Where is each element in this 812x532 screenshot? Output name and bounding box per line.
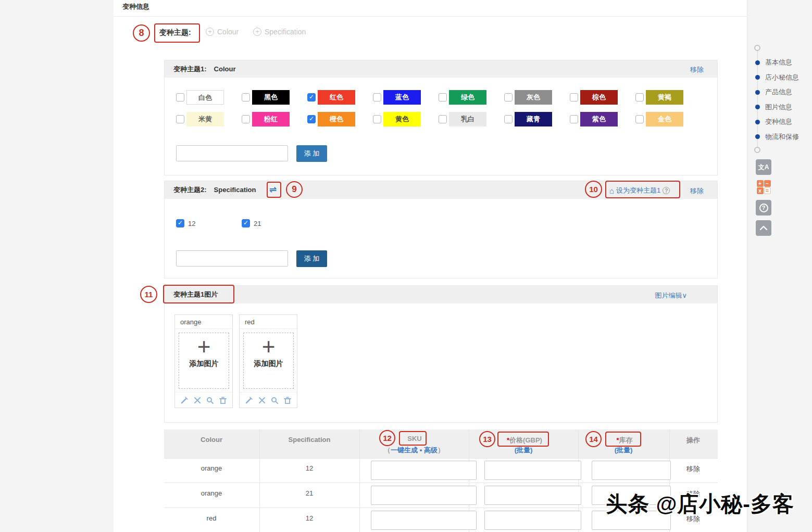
color-checkbox-红色[interactable] [307, 93, 316, 102]
color-checkbox-藏青[interactable] [504, 115, 513, 123]
color-checkbox-黄色[interactable] [373, 115, 381, 123]
plus-circle-icon: + [206, 28, 214, 36]
color-swatch-灰色[interactable]: 灰色 [515, 90, 552, 105]
color-checkbox-绿色[interactable] [439, 93, 447, 102]
price-batch-link[interactable]: (批量) [515, 446, 533, 455]
color-swatch-米黄[interactable]: 米黄 [186, 112, 224, 126]
color-swatch-黑色[interactable]: 黑色 [252, 90, 290, 105]
move-icon[interactable] [193, 396, 202, 404]
color-swatch-藏青[interactable]: 藏青 [515, 112, 552, 126]
color-checkbox-黑色[interactable] [242, 93, 250, 102]
color-swatch-乳白[interactable]: 乳白 [449, 112, 486, 126]
add-image-dropzone[interactable]: +添加图片 [243, 333, 294, 389]
add-image-dropzone[interactable]: +添加图片 [179, 333, 229, 389]
color-checkbox-金色[interactable] [635, 115, 644, 123]
theme1-new-value-input[interactable] [176, 145, 288, 161]
color-checkbox-紫色[interactable] [570, 115, 578, 123]
theme1-add-button[interactable]: 添 加 [296, 145, 327, 162]
theme2-add-button[interactable]: 添 加 [296, 250, 327, 267]
spec-checkbox-21[interactable] [242, 219, 250, 227]
crop-icon[interactable] [180, 396, 189, 404]
color-option-灰色: 灰色 [504, 90, 552, 105]
calculator-icon[interactable]: + − x = [756, 180, 771, 195]
color-swatch-白色[interactable]: 白色 [186, 90, 224, 105]
color-checkbox-白色[interactable] [176, 93, 184, 102]
color-swatch-绿色[interactable]: 绿色 [449, 90, 486, 105]
theme2-new-value-input[interactable] [176, 250, 288, 267]
color-swatch-蓝色[interactable]: 蓝色 [383, 90, 421, 105]
swap-theme-icon[interactable]: ⇌ [269, 184, 277, 195]
add-theme-colour-button[interactable]: + Colour [206, 28, 239, 36]
image-edit-dropdown[interactable]: 图片编辑∨ [655, 291, 687, 300]
color-swatch-黄褐[interactable]: 黄褐 [646, 90, 683, 105]
color-checkbox-乳白[interactable] [439, 115, 447, 123]
spec-label-12: 12 [188, 220, 195, 227]
sidebar-item-2[interactable]: 店小秘信息 [755, 73, 799, 82]
one-key-generate-link[interactable]: 一键生成 [391, 446, 418, 454]
row-spec-value: 21 [306, 489, 313, 497]
move-icon[interactable] [258, 396, 266, 404]
color-swatch-红色[interactable]: 红色 [318, 90, 355, 105]
color-option-绿色: 绿色 [439, 90, 486, 105]
theme2-remove-link[interactable]: 移除 [690, 186, 704, 196]
watermark: 头条 @店小秘-多客 [606, 490, 794, 518]
theme1-remove-link[interactable]: 移除 [690, 65, 704, 74]
col-action: 操作 [686, 436, 700, 445]
color-checkbox-粉红[interactable] [242, 115, 250, 123]
color-option-紫色: 紫色 [570, 112, 618, 126]
color-checkbox-棕色[interactable] [570, 93, 578, 102]
color-option-蓝色: 蓝色 [373, 90, 421, 105]
sidebar-item-4[interactable]: 图片信息 [755, 103, 792, 112]
color-checkbox-蓝色[interactable] [373, 93, 381, 102]
variant-theme-label: 变种主题: [159, 28, 191, 37]
color-swatch-棕色[interactable]: 棕色 [580, 90, 618, 105]
row-remove-link[interactable]: 移除 [686, 464, 700, 474]
nav-dot-icon [755, 134, 760, 139]
image-card-label: orange [175, 315, 232, 329]
back-to-top-icon[interactable] [756, 220, 771, 236]
sidebar-item-label: 店小秘信息 [765, 73, 799, 82]
color-swatch-黄色[interactable]: 黄色 [383, 112, 421, 126]
translate-icon[interactable]: 文A [756, 159, 771, 175]
spec-checkbox-12[interactable] [176, 219, 184, 227]
sidebar-item-1[interactable]: 基本信息 [755, 58, 792, 67]
color-option-黄褐: 黄褐 [635, 90, 683, 105]
color-swatch-橙色[interactable]: 橙色 [318, 112, 355, 126]
sidebar-item-3[interactable]: 产品信息 [755, 87, 792, 97]
set-as-theme1-button[interactable]: ⌂ 设为变种主题1 ? [609, 186, 670, 195]
help-icon[interactable]: ? [756, 200, 771, 216]
preview-icon[interactable] [270, 396, 279, 404]
col-sku: SKU [407, 435, 421, 442]
divider [114, 16, 747, 17]
row-price-input[interactable] [484, 511, 581, 530]
row-price-input[interactable] [484, 486, 581, 505]
row-stock-input[interactable] [592, 461, 671, 480]
sidebar-item-label: 产品信息 [765, 87, 792, 97]
color-swatch-紫色[interactable]: 紫色 [580, 112, 618, 126]
color-checkbox-米黄[interactable] [176, 115, 184, 123]
color-checkbox-黄褐[interactable] [635, 93, 644, 102]
advanced-link[interactable]: 高级 [424, 446, 438, 454]
color-swatch-金色[interactable]: 金色 [646, 112, 683, 126]
row-sku-input[interactable] [371, 511, 477, 530]
color-checkbox-橙色[interactable] [307, 115, 316, 123]
spec-label-21: 21 [254, 220, 261, 227]
help-circle-icon[interactable]: ? [663, 187, 670, 194]
row-price-input[interactable] [484, 461, 581, 480]
row-sku-input[interactable] [371, 486, 477, 505]
color-swatch-粉红[interactable]: 粉红 [252, 112, 290, 126]
add-theme-specification-button[interactable]: + Specification [253, 28, 306, 36]
preview-icon[interactable] [206, 396, 214, 404]
color-option-黑色: 黑色 [242, 90, 290, 105]
crop-icon[interactable] [245, 396, 253, 404]
theme2-panel: 变种主题2:Specification ⇌ ⌂ 设为变种主题1 ? 移除 122… [164, 181, 718, 278]
trash-icon[interactable] [283, 396, 292, 404]
chevron-up-icon [759, 225, 768, 231]
stock-batch-link[interactable]: (批量) [615, 446, 633, 455]
row-sku-input[interactable] [371, 461, 477, 480]
row-spec-value: 12 [306, 464, 313, 472]
color-checkbox-灰色[interactable] [504, 93, 513, 102]
sidebar-item-5[interactable]: 变种信息 [755, 117, 792, 126]
sidebar-item-6[interactable]: 物流和保修 [755, 132, 799, 142]
trash-icon[interactable] [219, 396, 227, 404]
